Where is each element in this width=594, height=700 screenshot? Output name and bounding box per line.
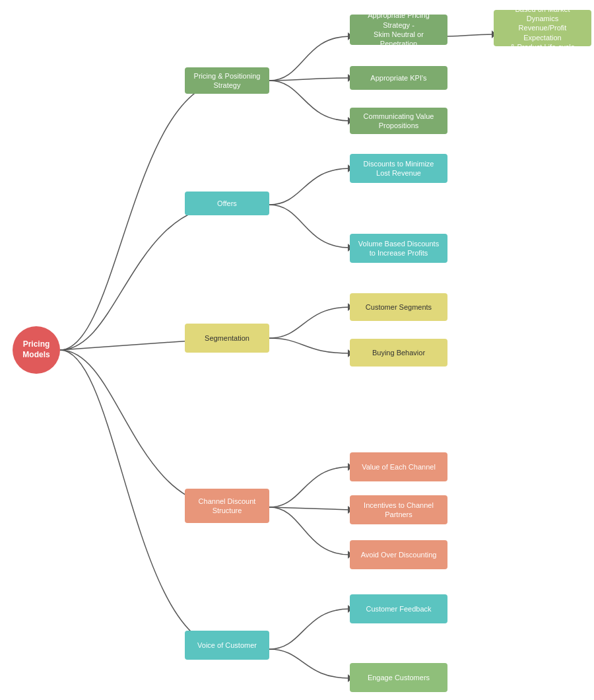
segmentation-label: Segmentation	[205, 333, 249, 343]
customer-feedback-label: Customer Feedback	[366, 604, 431, 613]
discounts-minimize-label: Discounts to MinimizeLost Revenue	[364, 159, 434, 178]
offers-label: Offers	[217, 199, 237, 208]
pricing-strategy-label: Pricing & PositioningStrategy	[194, 71, 261, 90]
communicating-value-node: Communicating ValuePropositions	[350, 108, 447, 134]
discounts-minimize-node: Discounts to MinimizeLost Revenue	[350, 154, 447, 183]
engage-customers-node: Engage Customers	[350, 663, 447, 692]
center-node: Pricing Models	[13, 326, 60, 374]
appropriate-pricing-node: Appropriate Pricing Strategy -Skim Neutr…	[350, 15, 447, 45]
volume-discounts-label: Volume Based Discountsto Increase Profit…	[358, 239, 439, 258]
appropriate-kpis-node: Appropriate KPI's	[350, 66, 447, 90]
buying-behavior-label: Buying Behavior	[372, 348, 425, 357]
incentives-partners-node: Incentives to ChannelPartners	[350, 495, 447, 524]
avoid-discounting-label: Avoid Over Discounting	[361, 550, 437, 559]
value-each-channel-label: Value of Each Channel	[362, 462, 436, 472]
channel-discount-node: Channel DiscountStructure	[185, 489, 269, 523]
buying-behavior-node: Buying Behavior	[350, 339, 447, 367]
incentives-partners-label: Incentives to ChannelPartners	[364, 501, 434, 520]
voice-of-customer-label: Voice of Customer	[197, 641, 257, 650]
mind-map-container: Pricing Models Pricing & PositioningStra…	[0, 0, 594, 700]
engage-customers-label: Engage Customers	[368, 673, 430, 682]
customer-segments-label: Customer Segments	[366, 302, 432, 312]
value-each-channel-node: Value of Each Channel	[350, 452, 447, 481]
communicating-value-label: Communicating ValuePropositions	[364, 112, 434, 131]
connections-svg	[0, 0, 594, 700]
offers-node: Offers	[185, 192, 269, 215]
pricing-strategy-node: Pricing & PositioningStrategy	[185, 67, 269, 94]
market-dynamics-label: Based on Market DynamicsRevenue/Profit E…	[499, 5, 586, 52]
appropriate-pricing-label: Appropriate Pricing Strategy -Skim Neutr…	[355, 11, 442, 48]
appropriate-kpis-label: Appropriate KPI's	[370, 73, 426, 83]
customer-segments-node: Customer Segments	[350, 293, 447, 321]
channel-discount-label: Channel DiscountStructure	[199, 497, 256, 516]
volume-discounts-node: Volume Based Discountsto Increase Profit…	[350, 234, 447, 263]
segmentation-node: Segmentation	[185, 324, 269, 353]
avoid-discounting-node: Avoid Over Discounting	[350, 540, 447, 569]
customer-feedback-node: Customer Feedback	[350, 594, 447, 623]
voice-of-customer-node: Voice of Customer	[185, 631, 269, 660]
market-dynamics-node: Based on Market DynamicsRevenue/Profit E…	[494, 10, 591, 46]
